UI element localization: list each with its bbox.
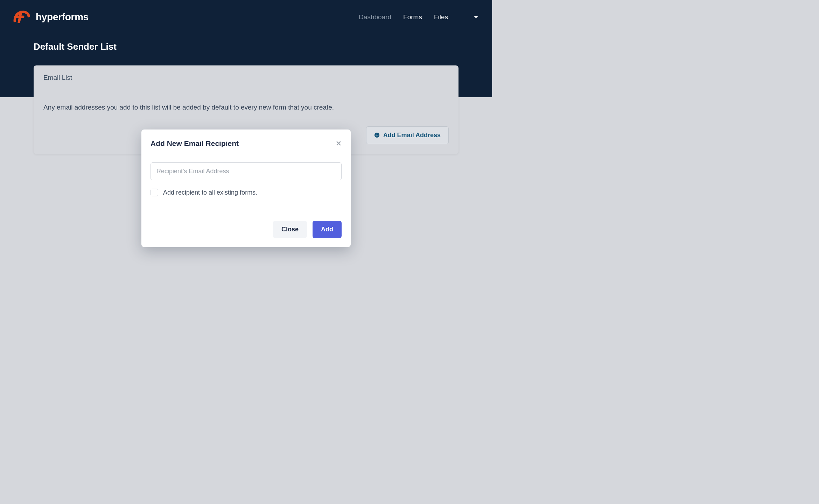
add-email-address-button[interactable]: Add Email Address	[366, 126, 449, 144]
nav-link-files[interactable]: Files	[434, 13, 448, 21]
add-email-address-label: Add Email Address	[383, 132, 441, 139]
svg-rect-2	[375, 135, 378, 135]
nav-link-forms[interactable]: Forms	[403, 13, 422, 21]
page-title: Default Sender List	[34, 41, 458, 52]
nav-links: Dashboard Forms Files	[359, 13, 478, 21]
brand-logo-icon	[13, 10, 31, 24]
close-icon: ✕	[336, 140, 342, 147]
modal-title: Add New Email Recipient	[150, 139, 239, 148]
checkbox-label: Add recipient to all existing forms.	[163, 189, 257, 196]
add-recipient-modal: Add New Email Recipient ✕ Add recipient …	[141, 130, 351, 247]
card-description: Any email addresses you add to this list…	[43, 103, 449, 112]
add-to-existing-forms-checkbox[interactable]	[150, 189, 158, 196]
nav-link-dashboard[interactable]: Dashboard	[359, 13, 391, 21]
nav-dropdown-caret-icon[interactable]	[474, 16, 478, 18]
modal-close-button[interactable]: ✕	[336, 139, 342, 148]
close-button[interactable]: Close	[273, 221, 307, 238]
navbar: hyperforms Dashboard Forms Files	[0, 0, 492, 24]
recipient-email-input[interactable]	[150, 162, 342, 180]
plus-circle-icon	[374, 132, 380, 138]
card-header: Email List	[34, 65, 458, 90]
add-button[interactable]: Add	[313, 221, 342, 238]
brand-name: hyperforms	[36, 12, 89, 23]
brand-logo[interactable]: hyperforms	[13, 10, 89, 24]
